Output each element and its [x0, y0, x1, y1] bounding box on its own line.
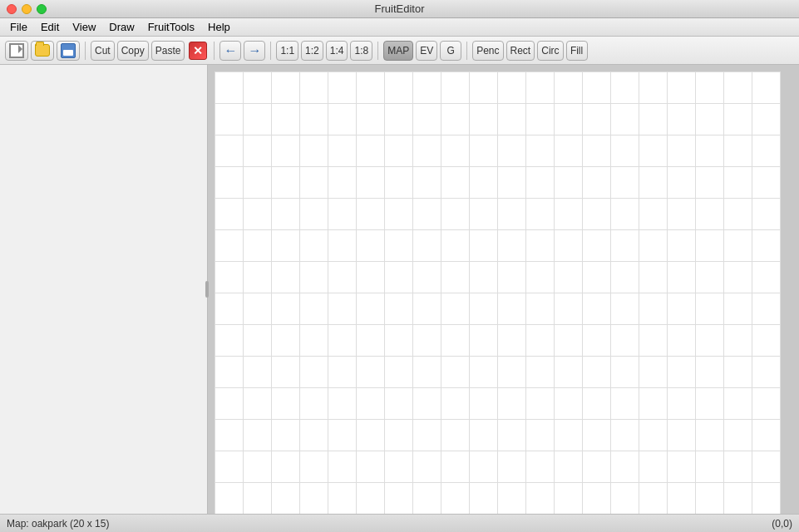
grid-cell[interactable] [668, 135, 696, 167]
grid-cell[interactable] [272, 325, 300, 357]
grid-cell[interactable] [413, 388, 441, 420]
grid-cell[interactable] [413, 104, 441, 135]
grid-cell[interactable] [611, 293, 639, 325]
grid-cell[interactable] [441, 420, 470, 451]
grid-cell[interactable] [357, 293, 385, 325]
grid-cell[interactable] [555, 325, 583, 357]
grid-cell[interactable] [583, 262, 611, 293]
grid-cell[interactable] [555, 293, 583, 325]
grid-cell[interactable] [385, 135, 413, 167]
grid-cell[interactable] [668, 420, 696, 451]
grid-cell[interactable] [244, 230, 272, 262]
grid-cell[interactable] [611, 104, 639, 135]
grid-cell[interactable] [300, 388, 328, 420]
grid-cell[interactable] [696, 357, 724, 388]
circ-tool-button[interactable]: Circ [537, 41, 563, 61]
grid-cell[interactable] [668, 325, 696, 357]
grid-cell[interactable] [413, 325, 441, 357]
grid-cell[interactable] [526, 293, 555, 325]
grid-cell[interactable] [357, 262, 385, 293]
grid-cell[interactable] [583, 104, 611, 135]
grid-cell[interactable] [668, 451, 696, 483]
grid-cell[interactable] [470, 135, 498, 167]
grid-cell[interactable] [668, 293, 696, 325]
grid-cell[interactable] [526, 262, 555, 293]
menu-fruittools[interactable]: FruitTools [141, 19, 201, 35]
grid-cell[interactable] [413, 357, 441, 388]
grid-cell[interactable] [244, 325, 272, 357]
grid-cell[interactable] [696, 104, 724, 135]
grid-cell[interactable] [272, 72, 300, 104]
grid-cell[interactable] [583, 451, 611, 483]
grid-cell[interactable] [300, 483, 328, 515]
grid-cell[interactable] [498, 388, 526, 420]
menu-view[interactable]: View [66, 19, 102, 35]
ev-view-button[interactable]: EV [416, 41, 437, 61]
grid-cell[interactable] [470, 262, 498, 293]
grid-cell[interactable] [583, 167, 611, 199]
grid-cell[interactable] [752, 262, 781, 293]
grid-cell[interactable] [526, 104, 555, 135]
grid-cell[interactable] [215, 483, 244, 515]
grid-cell[interactable] [328, 230, 357, 262]
grid-cell[interactable] [215, 420, 244, 451]
grid-cell[interactable] [328, 199, 357, 230]
grid-cell[interactable] [300, 135, 328, 167]
grid-cell[interactable] [357, 420, 385, 451]
grid-cell[interactable] [752, 325, 781, 357]
grid-cell[interactable] [639, 325, 668, 357]
grid-cell[interactable] [357, 357, 385, 388]
grid-cell[interactable] [441, 293, 470, 325]
grid-cell[interactable] [244, 104, 272, 135]
grid-cell[interactable] [272, 451, 300, 483]
grid-cell[interactable] [328, 325, 357, 357]
grid-cell[interactable] [752, 388, 781, 420]
cut-button[interactable]: Cut [91, 41, 115, 61]
zoom-1-1-button[interactable]: 1:1 [276, 41, 298, 61]
grid-cell[interactable] [272, 104, 300, 135]
grid-cell[interactable] [498, 199, 526, 230]
grid-cell[interactable] [639, 483, 668, 515]
grid-cell[interactable] [385, 483, 413, 515]
grid-cell[interactable] [555, 451, 583, 483]
grid-cell[interactable] [215, 199, 244, 230]
grid-cell[interactable] [526, 451, 555, 483]
grid-cell[interactable] [583, 420, 611, 451]
grid-cell[interactable] [611, 357, 639, 388]
grid-cell[interactable] [724, 420, 752, 451]
grid-cell[interactable] [215, 357, 244, 388]
grid-cell[interactable] [244, 293, 272, 325]
grid-cell[interactable] [328, 135, 357, 167]
grid-cell[interactable] [272, 293, 300, 325]
grid-cell[interactable] [611, 72, 639, 104]
grid-cell[interactable] [611, 230, 639, 262]
grid-cell[interactable] [526, 199, 555, 230]
grid-cell[interactable] [668, 357, 696, 388]
grid-cell[interactable] [639, 72, 668, 104]
grid-cell[interactable] [272, 135, 300, 167]
grid-cell[interactable] [555, 388, 583, 420]
grid-cell[interactable] [639, 262, 668, 293]
grid-cell[interactable] [724, 167, 752, 199]
grid-cell[interactable] [526, 325, 555, 357]
grid-cell[interactable] [441, 199, 470, 230]
grid-cell[interactable] [470, 483, 498, 515]
grid-cell[interactable] [215, 262, 244, 293]
rect-tool-button[interactable]: Rect [506, 41, 535, 61]
grid-cell[interactable] [272, 420, 300, 451]
grid-cell[interactable] [611, 262, 639, 293]
grid-cell[interactable] [583, 293, 611, 325]
grid-cell[interactable] [328, 293, 357, 325]
grid-cell[interactable] [555, 357, 583, 388]
grid-cell[interactable] [357, 325, 385, 357]
grid-cell[interactable] [357, 451, 385, 483]
grid-cell[interactable] [470, 293, 498, 325]
grid-cell[interactable] [696, 135, 724, 167]
grid-cell[interactable] [724, 451, 752, 483]
menu-edit[interactable]: Edit [34, 19, 66, 35]
redo-button[interactable]: → [244, 41, 265, 61]
grid-cell[interactable] [724, 388, 752, 420]
grid-cell[interactable] [244, 420, 272, 451]
grid-cell[interactable] [611, 167, 639, 199]
grid-cell[interactable] [470, 451, 498, 483]
